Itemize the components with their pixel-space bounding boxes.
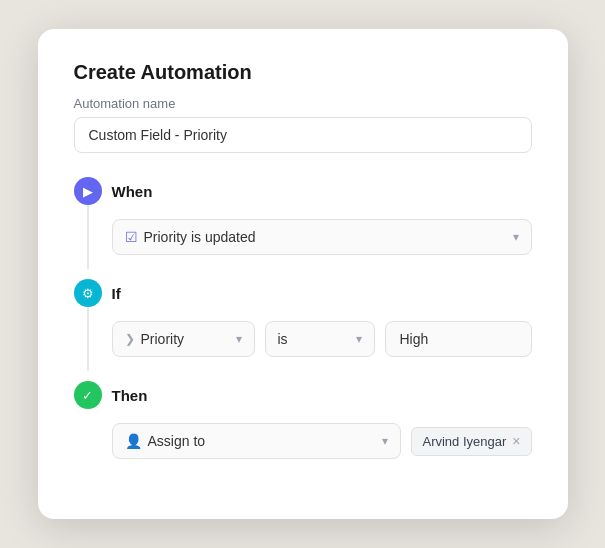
assignee-name: Arvind Iyengar xyxy=(422,434,506,449)
assignee-tag: Arvind Iyengar × xyxy=(411,427,531,456)
if-value-box: High xyxy=(385,321,532,357)
if-field-down-icon: ▾ xyxy=(236,332,242,346)
when-section: ▶ When ☑ Priority is updated ▾ xyxy=(74,177,532,255)
automation-card: Create Automation Automation name ▶ When… xyxy=(38,29,568,519)
when-header: ▶ When xyxy=(74,177,532,205)
if-icon: ⚙ xyxy=(74,279,102,307)
if-section: ⚙ If ❯ Priority ▾ is ▾ High xyxy=(74,279,532,357)
automation-name-label: Automation name xyxy=(74,96,532,111)
connector-when xyxy=(87,205,89,269)
if-dropdown-row: ❯ Priority ▾ is ▾ High xyxy=(112,321,532,357)
when-dropdown-row: ☑ Priority is updated ▾ xyxy=(112,219,532,255)
if-field-chevron-icon: ❯ xyxy=(125,332,135,346)
then-action-value: Assign to xyxy=(148,433,206,449)
then-action-person-icon: 👤 xyxy=(125,433,142,449)
if-field-value: Priority xyxy=(141,331,185,347)
when-trigger-icon: ☑ xyxy=(125,229,138,245)
then-action-chevron-icon: ▾ xyxy=(382,434,388,448)
then-section: ✓ Then 👤 Assign to ▾ Arvind Iyengar × xyxy=(74,381,532,459)
when-trigger-value: Priority is updated xyxy=(144,229,256,245)
then-icon: ✓ xyxy=(74,381,102,409)
if-label: If xyxy=(112,285,121,302)
when-trigger-dropdown[interactable]: ☑ Priority is updated ▾ xyxy=(112,219,532,255)
if-header: ⚙ If xyxy=(74,279,532,307)
automation-name-input[interactable] xyxy=(74,117,532,153)
if-field-dropdown[interactable]: ❯ Priority ▾ xyxy=(112,321,255,357)
card-title: Create Automation xyxy=(74,61,532,84)
when-chevron-icon: ▾ xyxy=(513,230,519,244)
then-label: Then xyxy=(112,387,148,404)
connector-if xyxy=(87,307,89,371)
if-condition-value: is xyxy=(278,331,288,347)
tag-close-button[interactable]: × xyxy=(512,434,520,448)
then-action-dropdown[interactable]: 👤 Assign to ▾ xyxy=(112,423,402,459)
then-header: ✓ Then xyxy=(74,381,532,409)
then-action-row: 👤 Assign to ▾ Arvind Iyengar × xyxy=(112,423,532,459)
if-condition-dropdown[interactable]: is ▾ xyxy=(265,321,375,357)
when-icon: ▶ xyxy=(74,177,102,205)
if-condition-chevron-icon: ▾ xyxy=(356,332,362,346)
when-label: When xyxy=(112,183,153,200)
